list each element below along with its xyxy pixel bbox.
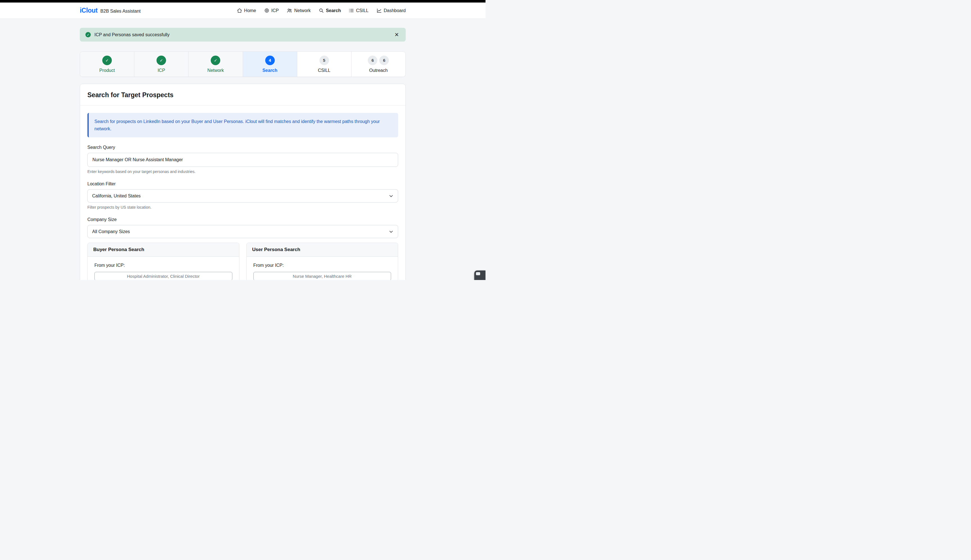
- location-filter-select[interactable]: California, United States: [87, 189, 398, 202]
- search-card-header: Search for Target Prospects: [80, 84, 405, 106]
- company-size-label: Company Size: [87, 217, 398, 222]
- company-size-value: All Company Sizes: [92, 229, 130, 234]
- top-bar: [0, 0, 486, 3]
- company-size-select[interactable]: All Company Sizes: [87, 225, 398, 238]
- success-alert: ✓ ICP and Personas saved successfully ✕: [80, 28, 406, 42]
- search-card: Search for Target Prospects Search for p…: [80, 84, 406, 280]
- step-label-product: Product: [100, 68, 115, 73]
- app-logo: iClout: [80, 7, 97, 14]
- search-query-help: Enter keywords based on your target pers…: [87, 169, 398, 174]
- workflow-stepper: ✓ Product ✓ ICP ✓ Network 4 Search 5 CSI…: [80, 52, 406, 77]
- step-number: 6: [379, 56, 389, 65]
- nav-label-dashboard: Dashboard: [384, 8, 406, 13]
- chart-icon: [377, 8, 382, 13]
- user-persona-panel: User Persona Search From your ICP: Nurse…: [246, 243, 399, 280]
- page-title: Search for Target Prospects: [87, 91, 398, 99]
- nav-item-network[interactable]: Network: [287, 8, 311, 13]
- main-nav: Home ICP Network Search: [237, 8, 406, 13]
- nav-item-dashboard[interactable]: Dashboard: [377, 8, 406, 13]
- step-check-icon: ✓: [211, 56, 220, 65]
- people-icon: [287, 8, 292, 13]
- step-check-icon: ✓: [157, 56, 166, 65]
- user-from-icp-label: From your ICP:: [254, 263, 391, 268]
- buyer-persona-panel: Buyer Persona Search From your ICP: Hosp…: [87, 243, 239, 280]
- location-filter-help: Filter prospects by US state location.: [87, 205, 398, 210]
- step-number: 5: [319, 56, 329, 65]
- nav-label-search: Search: [326, 8, 341, 13]
- chevron-down-icon: [389, 230, 393, 234]
- step-check-icon: ✓: [102, 56, 112, 65]
- location-filter-label: Location Filter: [87, 182, 398, 187]
- alert-message: ICP and Personas saved successfully: [94, 32, 169, 37]
- app-subtitle: B2B Sales Assistant: [100, 9, 140, 14]
- list-icon: [349, 8, 354, 13]
- step-network[interactable]: ✓ Network: [189, 52, 243, 77]
- step-label-search: Search: [262, 68, 277, 73]
- nav-item-home[interactable]: Home: [237, 8, 256, 13]
- app-header: iClout B2B Sales Assistant Home ICP Ne: [0, 3, 486, 19]
- search-icon: [319, 8, 324, 13]
- step-search[interactable]: 4 Search: [243, 52, 297, 77]
- user-persona-value[interactable]: Nurse Manager, Healthcare HR: [254, 272, 391, 280]
- buyer-from-icp-label: From your ICP:: [94, 263, 232, 268]
- step-label-outreach: Outreach: [369, 68, 388, 73]
- brand[interactable]: iClout B2B Sales Assistant: [80, 7, 141, 14]
- step-number: 6: [368, 56, 377, 65]
- nav-label-csill: CSILL: [356, 8, 368, 13]
- check-circle-icon: ✓: [85, 32, 91, 37]
- step-label-icp: ICP: [158, 68, 165, 73]
- step-icp[interactable]: ✓ ICP: [134, 52, 189, 77]
- buyer-persona-value[interactable]: Hospital Administrator, Clinical Directo…: [94, 272, 232, 280]
- step-product[interactable]: ✓ Product: [80, 52, 134, 77]
- step-label-csill: CSILL: [318, 68, 330, 73]
- buyer-persona-title: Buyer Persona Search: [88, 243, 239, 257]
- location-filter-value: California, United States: [92, 193, 141, 198]
- step-label-network: Network: [207, 68, 224, 73]
- mini-screen-icon: [476, 272, 480, 275]
- user-persona-title: User Persona Search: [247, 243, 398, 257]
- chevron-down-icon: [389, 194, 393, 198]
- home-icon: [237, 8, 242, 13]
- step-number: 4: [265, 56, 275, 65]
- nav-item-csill[interactable]: CSILL: [349, 8, 368, 13]
- step-csill[interactable]: 5 CSILL: [297, 52, 352, 77]
- nav-item-search[interactable]: Search: [319, 8, 341, 13]
- step-number-pair: 6 6: [368, 56, 389, 65]
- close-icon[interactable]: ✕: [393, 31, 400, 38]
- floating-widget-button[interactable]: [474, 270, 486, 280]
- nav-item-icp[interactable]: ICP: [264, 8, 279, 13]
- nav-label-home: Home: [244, 8, 256, 13]
- nav-label-icp: ICP: [271, 8, 279, 13]
- target-icon: [264, 8, 269, 13]
- search-query-input[interactable]: [87, 153, 398, 167]
- info-banner: Search for prospects on LinkedIn based o…: [87, 113, 398, 137]
- nav-label-network: Network: [294, 8, 311, 13]
- search-query-label: Search Query: [87, 145, 398, 150]
- step-outreach[interactable]: 6 6 Outreach: [352, 52, 405, 77]
